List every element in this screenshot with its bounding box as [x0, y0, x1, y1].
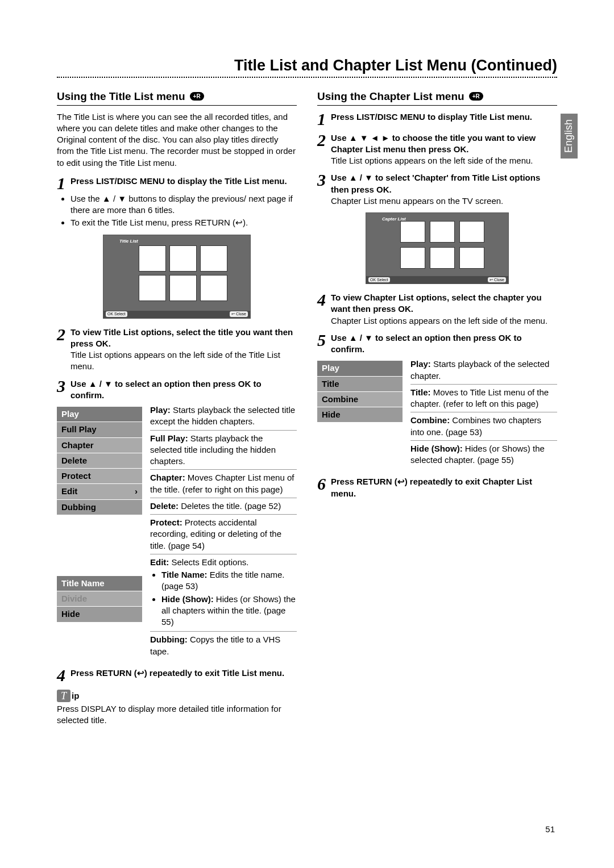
definitions-column: Play: Starts playback the selected title…: [150, 404, 297, 662]
step-4: 4 To view Chapter List options, select t…: [317, 292, 557, 327]
thumb-cell: [400, 221, 425, 243]
step-lead: Use ▲ / ▼ to select an option then press…: [331, 332, 557, 356]
def-fullplay: Full Play: Starts playback the selected …: [150, 433, 297, 470]
menu-item: Play: [57, 407, 142, 422]
step-text: Chapter List options appears on the left…: [331, 315, 557, 327]
thumb-cell: [200, 245, 227, 272]
thumb-cell: [459, 247, 484, 269]
thumb-cell: [139, 275, 166, 301]
step-3: 3 Use ▲ / ▼ to select an option then pre…: [57, 378, 297, 402]
def-text: Starts playback of the selected chapter.: [410, 359, 549, 380]
screen-mock: Capter List OK Select ↩ Close: [366, 212, 509, 284]
menu-column: Play Full Play Chapter Delete Protect Ed…: [57, 404, 142, 662]
step-lead: Press RETURN (↩) repeatedly to exit Titl…: [70, 667, 297, 679]
step-number: 2: [57, 327, 69, 373]
step1-bullets: Use the ▲ / ▼ buttons to display the pre…: [65, 193, 297, 229]
right-column: Using the Chapter List menu +R 1 Press L…: [317, 89, 557, 733]
heading-text: Using the Title List menu: [57, 89, 185, 104]
step-number: 3: [57, 378, 69, 402]
menu-item: Full Play: [57, 422, 142, 437]
step-4: 4 Press RETURN (↩) repeatedly to exit Ti…: [57, 667, 297, 683]
menu-item: Dubbing: [57, 499, 142, 515]
def-dubbing: Dubbing: Copys the title to a VHS tape.: [150, 634, 297, 660]
step-text: Title List options appears on the left s…: [331, 155, 557, 166]
disc-badge: +R: [190, 92, 204, 101]
menu-item-label: Edit: [61, 486, 77, 496]
section-heading-left: Using the Title List menu +R: [57, 89, 297, 106]
def-chapter: Chapter: Moves Chapter List menu of the …: [150, 472, 297, 498]
tip-heading: T ip: [57, 690, 297, 702]
menu-item: Combine: [317, 391, 403, 407]
step-lead: To view Chapter List options, select the…: [331, 292, 557, 315]
thumb-grid: [139, 245, 227, 301]
bullet: To exit the Title List menu, press RETUR…: [70, 217, 297, 228]
step-body: Press LIST/DISC MENU to display the Titl…: [69, 176, 297, 191]
step-1: 1 Press LIST/DISC MENU to display the Ti…: [57, 176, 297, 191]
sublist-item: Hide (Show): Hides (or Shows) the all ch…: [161, 594, 297, 628]
step-number: 1: [57, 176, 69, 191]
thumb-cell: [430, 221, 455, 243]
def-protect: Protect: Protects accidental recording, …: [150, 517, 297, 554]
left-column: Using the Title List menu +R The Title L…: [57, 89, 297, 733]
heading-text: Using the Chapter List menu: [317, 89, 464, 104]
step-text: Chapter List menu appears on the TV scre…: [331, 195, 557, 207]
def-text: Moves to Title List menu of the chapter.…: [410, 387, 549, 408]
menu-item: Delete: [57, 453, 142, 468]
menu-item: Hide: [317, 407, 403, 423]
menu-item-edit: Edit›: [57, 484, 142, 499]
menu-item: Play: [317, 361, 403, 376]
tip-text: Press DISPLAY to display more detailed t…: [57, 703, 297, 727]
step-2: 2 Use ▲ ▼ ◄ ► to choose the title you wa…: [317, 132, 557, 167]
step-1: 1 Press LIST/DISC MENU to display Title …: [317, 111, 557, 127]
def-combine: Combine: Combines two chapters into one.…: [410, 415, 557, 441]
def-edit: Edit: Selects Edit options. Title Name: …: [150, 557, 297, 632]
tip-label: ip: [72, 690, 79, 702]
title-options-menu: Play Full Play Chapter Delete Protect Ed…: [57, 407, 142, 515]
tip-icon: T: [57, 690, 70, 702]
screen-mock: Title List OK Select ↩ Close: [103, 235, 251, 319]
two-column-layout: Using the Title List menu +R The Title L…: [57, 89, 557, 733]
menu-and-definitions-right: Play Title Combine Hide Play: Starts pla…: [317, 358, 557, 470]
step-2: 2 To view Title List options, select the…: [57, 327, 297, 373]
thumb-title: Title List: [119, 239, 138, 245]
def-play: Play: Starts playback of the selected ch…: [410, 358, 557, 385]
title-list-thumbnail: Title List OK Select ↩ Close: [57, 235, 297, 319]
thumb-cell: [169, 245, 197, 272]
thumb-bottom-bar: OK Select ↩ Close: [103, 311, 250, 318]
step-number: 4: [57, 667, 69, 683]
thumb-grid: [400, 221, 484, 269]
chapter-list-thumbnail: Capter List OK Select ↩ Close: [317, 212, 557, 284]
step-number: 6: [317, 476, 330, 499]
sub-bold: Hide (Show):: [161, 594, 214, 604]
step-number: 4: [317, 292, 330, 327]
menu-item: Chapter: [57, 437, 142, 453]
language-tab: English: [561, 114, 578, 158]
menu-item: Title: [317, 376, 403, 391]
close-pill: ↩ Close: [230, 311, 248, 316]
step-lead: Use ▲ / ▼ to select 'Chapter' from Title…: [331, 172, 557, 195]
def-text: Selects Edit options.: [172, 557, 249, 567]
chapter-options-menu: Play Title Combine Hide: [317, 361, 403, 422]
thumb-cell: [459, 221, 484, 243]
page-number: 51: [545, 824, 555, 834]
thumb-cell: [400, 247, 425, 269]
step-3: 3 Use ▲ / ▼ to select 'Chapter' from Tit…: [317, 172, 557, 207]
step-lead: Use ▲ / ▼ to select an option then press…: [70, 378, 297, 402]
def-text: Starts playback the selected title excep…: [150, 405, 295, 426]
edit-sublist: Title Name: Edits the title name. (page …: [154, 569, 297, 628]
step-lead: Press LIST/DISC MENU to display Title Li…: [331, 111, 557, 123]
edit-submenu: Title Name Divide Hide: [57, 576, 142, 622]
thumb-cell: [169, 275, 197, 301]
def-hide: Hide (Show): Hides (or Shows) the select…: [410, 443, 557, 469]
menu-item: Protect: [57, 469, 142, 484]
step-lead: To view Title List options, select the t…: [70, 327, 297, 350]
def-delete: Delete: Deletes the title. (page 52): [150, 500, 297, 515]
menu-column: Play Title Combine Hide: [317, 358, 403, 470]
step-text: Title List options appears on the left s…: [70, 349, 297, 373]
step-number: 5: [317, 332, 330, 356]
step-number: 3: [317, 172, 330, 207]
def-play: Play: Starts playback the selected title…: [150, 404, 297, 431]
menu-item: Title Name: [57, 576, 142, 591]
step-5: 5 Use ▲ / ▼ to select an option then pre…: [317, 332, 557, 356]
sublist-item: Title Name: Edits the title name. (page …: [161, 569, 297, 592]
